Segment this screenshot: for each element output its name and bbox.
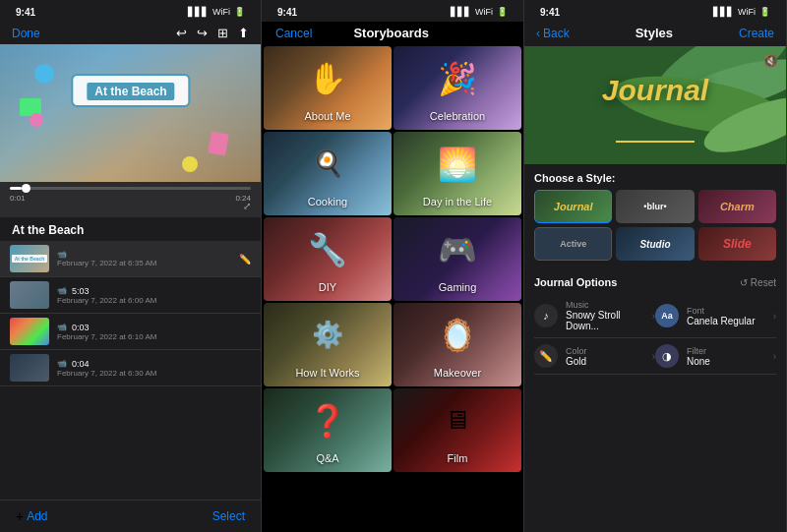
add-button[interactable]: + Add (16, 508, 48, 524)
journal-underline (616, 141, 695, 143)
deco-yellow-circle (182, 156, 198, 172)
howit-icon: ⚙️ (312, 320, 343, 350)
done-button[interactable]: Done (12, 27, 40, 40)
clip-item[interactable]: 📹 5:03 February 7, 2022 at 6:00 AM (0, 277, 261, 314)
status-time-2: 9:41 (277, 7, 297, 18)
styles-top-bar: ‹ Back Styles Create (524, 22, 786, 46)
style-journal[interactable]: Journal (534, 190, 612, 223)
color-value: Gold (566, 356, 652, 367)
options-section: Journal Options ↺ Reset ♪ Music Snowy St… (524, 272, 786, 379)
expand-icon[interactable]: ⤢ (243, 201, 251, 211)
progress-track[interactable] (10, 187, 251, 190)
style-slide[interactable]: Slide (698, 227, 776, 261)
cooking-icon: 🍳 (312, 148, 343, 179)
redo-icon[interactable]: ↪ (197, 26, 208, 40)
style-charm[interactable]: Charm (698, 190, 776, 223)
storyboards-panel: 9:41 ▋▋▋ WiFi 🔋 Cancel Storyboards ✋ Abo… (262, 0, 524, 532)
title-card: At the Beach (71, 74, 190, 107)
style-studio[interactable]: Studio (616, 227, 694, 261)
style-active[interactable]: Active (534, 227, 612, 261)
clip-date-3: February 7, 2022 at 6:10 AM (57, 332, 251, 341)
qa-label: Q&A (316, 452, 338, 464)
options-header: Journal Options ↺ Reset (534, 276, 776, 288)
playback-bar[interactable]: 0:01 0:24 ⤢ (0, 182, 261, 217)
styles-panel: 9:41 ▋▋▋ WiFi 🔋 ‹ Back Styles Create Jou… (524, 0, 787, 532)
music-icon-circle: ♪ (534, 304, 558, 327)
clips-title: At the Beach (0, 217, 261, 241)
clip-item[interactable]: 📹 0:04 February 7, 2022 at 6:30 AM (0, 350, 261, 386)
gaming-label: Gaming (439, 281, 477, 293)
time-labels: 0:01 0:24 (10, 194, 251, 203)
progress-dot (22, 184, 30, 193)
music-value: Snowy Stroll Down... (566, 310, 652, 331)
deco-blue-circle (34, 64, 54, 84)
clip-date-1: February 7, 2022 at 6:35 AM (57, 259, 239, 267)
diy-icon: 🔧 (308, 231, 347, 268)
styles-title: Styles (636, 26, 673, 40)
status-icons-2: ▋▋▋ WiFi 🔋 (451, 7, 508, 17)
clip-thumb-color (10, 318, 49, 345)
clip-info: 📹 February 7, 2022 at 6:35 AM (57, 250, 239, 267)
filter-icon: ◑ (662, 350, 672, 363)
signal-icon-3: ▋▋▋ (713, 7, 734, 17)
clip-date-2: February 7, 2022 at 6:00 AM (57, 296, 251, 305)
font-value: Canela Regular (687, 316, 773, 326)
clip-edit-icon[interactable]: ✏️ (239, 254, 251, 265)
storyboard-cell-celebration[interactable]: 🎉 Celebration (394, 46, 521, 130)
option-color[interactable]: ✏️ Color Gold › (534, 338, 655, 375)
video-icon: 📹 (57, 286, 67, 295)
filter-value: None (687, 356, 773, 367)
undo-icon[interactable]: ↩ (176, 26, 187, 40)
wifi-icon-2: WiFi (475, 7, 493, 17)
storyboard-cell-howit[interactable]: ⚙️ How It Works (264, 303, 392, 386)
create-button[interactable]: Create (739, 27, 774, 40)
clip-thumb-night (10, 354, 49, 382)
share-icon[interactable]: ⬆ (238, 26, 249, 40)
status-time-3: 9:41 (540, 7, 560, 18)
filter-content: Filter None (687, 346, 773, 367)
option-font[interactable]: Aa Font Canela Regular › (655, 294, 776, 338)
makeover-icon: 🪞 (438, 317, 477, 354)
clip-item[interactable]: 📹 0:03 February 7, 2022 at 6:10 AM (0, 314, 261, 350)
clip-thumb-beach: At the Beach (10, 245, 49, 272)
back-label[interactable]: Back (543, 27, 570, 40)
status-time-1: 9:41 (16, 7, 35, 18)
filter-label: Filter (687, 346, 773, 356)
select-button[interactable]: Select (212, 509, 245, 523)
storyboard-cell-qa[interactable]: ❓ Q&A (264, 388, 392, 472)
back-button[interactable]: ‹ Back (536, 27, 570, 40)
color-content: Color Gold (566, 346, 652, 367)
storyboard-cell-diy[interactable]: 🔧 DIY (264, 217, 392, 301)
add-label[interactable]: Add (27, 509, 47, 523)
reset-button[interactable]: ↺ Reset (740, 277, 776, 288)
storyboard-cell-day[interactable]: 🌅 Day in the Life (394, 132, 521, 215)
options-label: Journal Options (534, 276, 617, 288)
back-chevron: ‹ (536, 27, 540, 40)
video-preview: At the Beach (0, 44, 262, 182)
film-icon: 🖥 (445, 405, 470, 436)
status-icons-3: ▋▋▋ WiFi 🔋 (713, 7, 770, 17)
storyboard-grid: ✋ About Me 🎉 Celebration 🍳 Cooking 🌅 Day… (262, 46, 523, 472)
storyboard-cell-cooking[interactable]: 🍳 Cooking (264, 132, 392, 215)
option-music[interactable]: ♪ Music Snowy Stroll Down... › (534, 294, 655, 338)
cancel-button[interactable]: Cancel (275, 27, 312, 40)
signal-icon-2: ▋▋▋ (451, 7, 471, 17)
styles-grid: Journal •blur• Charm Active Studio Slide (534, 190, 776, 261)
clip-item[interactable]: At the Beach 📹 February 7, 2022 at 6:35 … (0, 241, 261, 277)
progress-fill (10, 187, 22, 190)
wifi-icon: WiFi (212, 7, 230, 17)
storyboard-cell-makeover[interactable]: 🪞 Makeover (394, 303, 521, 386)
styles-section: Choose a Style: Journal •blur• Charm Act… (524, 164, 786, 272)
style-blur[interactable]: •blur• (616, 190, 694, 223)
deco-pink-circle (30, 113, 43, 127)
mute-button[interactable]: 🔇 (763, 54, 778, 68)
storyboard-cell-about[interactable]: ✋ About Me (264, 46, 392, 130)
status-bar-2: 9:41 ▋▋▋ WiFi 🔋 (262, 0, 523, 22)
option-filter[interactable]: ◑ Filter None › (655, 338, 776, 375)
layout-icon[interactable]: ⊞ (217, 26, 228, 40)
storyboard-cell-gaming[interactable]: 🎮 Gaming (394, 217, 521, 301)
music-label: Music (566, 300, 652, 310)
film-label: Film (448, 452, 468, 464)
day-label: Day in the Life (423, 196, 492, 207)
storyboard-cell-film[interactable]: 🖥 Film (394, 388, 521, 472)
